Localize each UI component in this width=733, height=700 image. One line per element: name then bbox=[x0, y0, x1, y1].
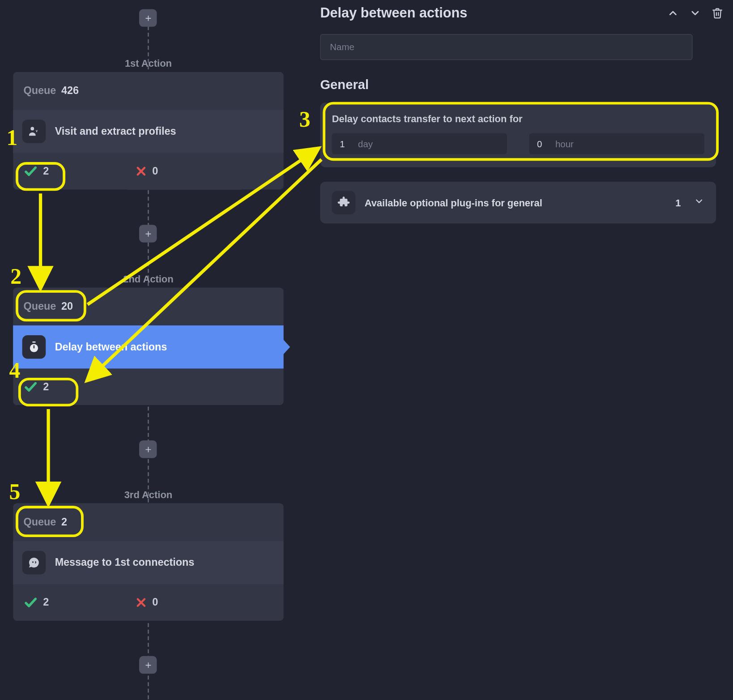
plus-icon bbox=[143, 660, 152, 669]
success-stat: 2 bbox=[24, 164, 49, 178]
user-download-icon bbox=[22, 120, 46, 143]
add-action-button-0[interactable] bbox=[139, 9, 157, 26]
check-icon bbox=[24, 595, 38, 610]
action-3-label: 3rd Action bbox=[0, 489, 297, 500]
queue-label: Queue bbox=[24, 516, 56, 528]
action-2-queue-row: Queue 20 bbox=[13, 287, 283, 325]
action-card-2[interactable]: Queue 20 Delay between actions 2 bbox=[13, 287, 283, 405]
delete-button[interactable] bbox=[710, 5, 725, 21]
action-1-queue-row: Queue 426 bbox=[13, 72, 283, 110]
svg-rect-5 bbox=[34, 346, 34, 349]
plugins-count: 1 bbox=[675, 197, 681, 208]
svg-point-0 bbox=[30, 127, 34, 130]
x-icon bbox=[135, 597, 147, 608]
day-unit: day bbox=[358, 139, 373, 149]
delay-settings-box: Delay contacts transfer to next action f… bbox=[320, 102, 716, 167]
success-stat: 2 bbox=[24, 380, 49, 394]
check-icon bbox=[24, 164, 38, 178]
fail-stat: 0 bbox=[135, 597, 158, 608]
delay-day-input[interactable] bbox=[340, 139, 353, 149]
move-up-button[interactable] bbox=[665, 5, 681, 21]
queue-count: 426 bbox=[61, 85, 79, 97]
annotation-3: 3 bbox=[299, 107, 311, 132]
message-icon bbox=[22, 551, 46, 575]
delay-settings-label: Delay contacts transfer to next action f… bbox=[332, 113, 704, 124]
plus-icon bbox=[143, 13, 152, 22]
svg-point-6 bbox=[32, 561, 34, 563]
action-3-title: Message to 1st connections bbox=[55, 557, 195, 568]
chevron-down-icon bbox=[694, 196, 704, 209]
check-icon bbox=[24, 380, 38, 394]
action-card-3[interactable]: Queue 2 Message to 1st connections 2 0 bbox=[13, 503, 283, 621]
chevron-up-icon bbox=[667, 7, 679, 19]
action-3-stats: 2 0 bbox=[13, 584, 283, 621]
plugin-icon bbox=[332, 191, 356, 214]
action-2-label: 2nd Action bbox=[0, 273, 297, 284]
queue-count: 20 bbox=[61, 301, 73, 312]
success-stat: 2 bbox=[24, 595, 49, 610]
svg-rect-3 bbox=[32, 341, 35, 342]
action-3-title-row[interactable]: Message to 1st connections bbox=[13, 541, 283, 584]
x-icon bbox=[135, 165, 147, 177]
action-card-1[interactable]: Queue 426 Visit and extract profiles 2 0 bbox=[13, 72, 283, 190]
move-down-button[interactable] bbox=[687, 5, 703, 21]
queue-label: Queue bbox=[24, 85, 56, 97]
action-1-stats: 2 0 bbox=[13, 153, 283, 190]
plugins-text: Available optional plug-ins for general bbox=[365, 197, 666, 208]
add-action-button-3[interactable] bbox=[139, 656, 157, 674]
queue-count: 2 bbox=[61, 516, 67, 528]
action-2-title-row[interactable]: Delay between actions bbox=[13, 325, 283, 368]
panel-title: Delay between actions bbox=[320, 5, 658, 21]
action-1-title: Visit and extract profiles bbox=[55, 125, 176, 137]
action-name-input[interactable] bbox=[320, 34, 692, 60]
section-general-title: General bbox=[320, 77, 725, 92]
delay-hour-input[interactable] bbox=[537, 139, 550, 149]
action-1-label: 1st Action bbox=[0, 57, 297, 68]
queue-label: Queue bbox=[24, 301, 56, 312]
hour-unit: hour bbox=[555, 139, 574, 149]
delay-hour-field[interactable]: hour bbox=[529, 133, 704, 154]
action-2-stats: 2 bbox=[13, 368, 283, 405]
delay-day-field[interactable]: day bbox=[332, 133, 507, 154]
action-3-queue-row: Queue 2 bbox=[13, 503, 283, 541]
action-2-title: Delay between actions bbox=[55, 341, 167, 353]
add-action-button-2[interactable] bbox=[139, 440, 157, 458]
plus-icon bbox=[143, 229, 152, 238]
add-action-button-1[interactable] bbox=[139, 225, 157, 242]
action-1-title-row[interactable]: Visit and extract profiles bbox=[13, 110, 283, 153]
stopwatch-icon bbox=[22, 335, 46, 359]
fail-stat: 0 bbox=[135, 165, 158, 177]
trash-icon bbox=[712, 7, 723, 19]
plus-icon bbox=[143, 445, 152, 454]
plugins-expand-row[interactable]: Available optional plug-ins for general … bbox=[320, 182, 716, 223]
chevron-down-icon bbox=[689, 7, 701, 19]
